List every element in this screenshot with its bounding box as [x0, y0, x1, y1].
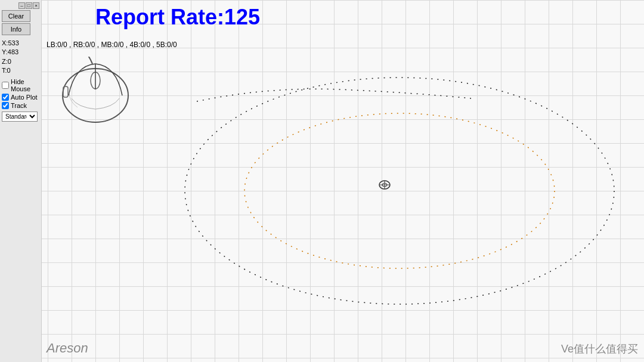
title-bar: – □ ×: [2, 2, 39, 9]
track-label: Track: [11, 102, 27, 109]
t-coord: T:0: [2, 66, 39, 75]
cursor-position: [379, 181, 390, 189]
x-label: X:: [2, 39, 8, 47]
svg-point-4: [185, 78, 614, 304]
clear-button[interactable]: Clear: [2, 10, 30, 22]
t-value: 0: [7, 67, 11, 74]
button-status-line: LB:0/0 , RB:0/0 , MB:0/0 , 4B:0/0 , 5B:0…: [47, 41, 177, 49]
auto-plot-label: Auto Plot: [11, 94, 38, 101]
brand-right: Ve值什么值得买: [561, 342, 638, 356]
x-value: 533: [8, 39, 18, 47]
tracking-canvas: [42, 0, 644, 362]
y-coord: Y:483: [2, 48, 39, 57]
hide-mouse-label: Hide Mouse: [11, 78, 39, 92]
y-value: 483: [8, 48, 18, 55]
z-label: Z:: [2, 58, 8, 65]
minimize-button[interactable]: –: [18, 2, 25, 9]
y-label: Y:: [2, 48, 8, 55]
track-row: Track: [2, 102, 39, 109]
maximize-button[interactable]: □: [26, 2, 32, 9]
hide-mouse-row: Hide Mouse: [2, 78, 39, 92]
t-label: T:: [2, 67, 7, 74]
coordinates: X:533 Y:483 Z:0 T:0: [2, 39, 39, 76]
brand-left: Areson: [47, 341, 88, 356]
hide-mouse-checkbox[interactable]: [2, 82, 9, 89]
test-mode-dropdown-row: Standard Test Circle Test Speed Test: [2, 112, 39, 122]
report-rate-title: Report Rate:125: [95, 5, 260, 30]
auto-plot-checkbox[interactable]: [2, 94, 9, 101]
x-coord: X:533: [2, 39, 39, 48]
sidebar-panel: – □ × Clear Info X:533 Y:483 Z:0 T:0 Hid…: [0, 0, 42, 362]
close-button[interactable]: ×: [33, 2, 39, 9]
auto-plot-row: Auto Plot: [2, 94, 39, 101]
z-coord: Z:0: [2, 57, 39, 66]
info-button[interactable]: Info: [2, 23, 30, 35]
mouse-image: [48, 57, 143, 128]
z-value: 0: [8, 58, 11, 65]
track-checkbox[interactable]: [2, 102, 9, 109]
test-mode-select[interactable]: Standard Test Circle Test Speed Test: [2, 112, 38, 122]
svg-point-5: [244, 113, 555, 268]
